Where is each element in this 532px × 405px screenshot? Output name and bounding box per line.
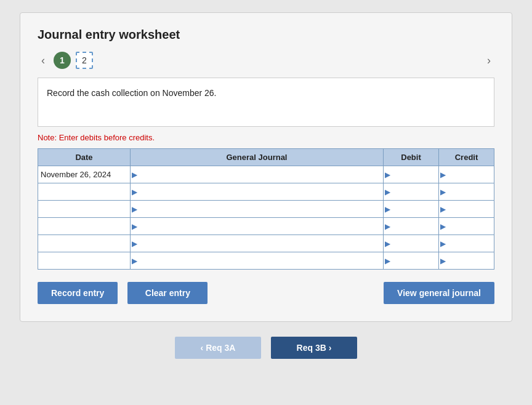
date-cell-4[interactable] [38, 235, 131, 252]
instruction-box: Record the cash collection on November 2… [38, 78, 494, 127]
credit-input-5[interactable] [441, 256, 491, 265]
journal-input-3[interactable] [133, 222, 381, 231]
date-cell-0[interactable]: November 26, 2024 [38, 166, 131, 183]
debit-cell-4[interactable]: ▶ [384, 235, 439, 252]
req-3a-button: ‹ Req 3A [175, 337, 261, 359]
journal-arrow-icon-2: ▶ [132, 205, 137, 214]
date-input-4[interactable] [41, 239, 127, 248]
debit-cell-0[interactable]: ▶ [384, 166, 439, 183]
credit-arrow-icon-4: ▶ [440, 239, 446, 248]
date-input-1[interactable] [41, 187, 127, 196]
journal-arrow-icon-1: ▶ [132, 188, 137, 196]
record-entry-button[interactable]: Record entry [38, 282, 118, 304]
debit-input-4[interactable] [386, 239, 436, 248]
next-page-button[interactable]: › [483, 53, 494, 68]
pagination-row: ‹ 1 2 › [38, 52, 494, 69]
journal-cell-0[interactable]: ▶ [131, 166, 384, 183]
req-3b-button[interactable]: Req 3B › [271, 337, 357, 359]
date-cell-1[interactable] [38, 183, 131, 201]
credit-cell-1[interactable]: ▶ [439, 183, 494, 201]
worksheet-container: Journal entry worksheet ‹ 1 2 › Record t… [20, 12, 512, 322]
debit-arrow-icon-2: ▶ [385, 205, 390, 214]
debit-input-1[interactable] [386, 187, 436, 196]
credit-cell-3[interactable]: ▶ [439, 218, 494, 235]
debit-arrow-icon-3: ▶ [385, 222, 390, 231]
view-general-journal-button[interactable]: View general journal [384, 282, 494, 304]
page-1-badge[interactable]: 1 [54, 52, 71, 69]
table-row: ▶▶▶ [38, 218, 494, 235]
journal-input-5[interactable] [133, 256, 381, 265]
journal-arrow-icon-3: ▶ [132, 222, 137, 231]
date-cell-2[interactable] [38, 201, 131, 218]
col-header-journal: General Journal [131, 149, 384, 166]
debit-cell-2[interactable]: ▶ [384, 201, 439, 218]
journal-input-4[interactable] [133, 239, 381, 248]
credit-arrow-icon-3: ▶ [440, 222, 446, 231]
debit-arrow-icon-0: ▶ [385, 170, 390, 179]
debit-arrow-icon-1: ▶ [385, 188, 390, 196]
credit-cell-4[interactable]: ▶ [439, 235, 494, 252]
journal-input-2[interactable] [133, 204, 381, 214]
credit-input-2[interactable] [441, 204, 491, 214]
debit-arrow-icon-5: ▶ [385, 257, 390, 265]
credit-arrow-icon-1: ▶ [440, 188, 446, 196]
debit-input-5[interactable] [386, 256, 436, 265]
journal-cell-2[interactable]: ▶ [131, 201, 384, 218]
journal-cell-5[interactable]: ▶ [131, 252, 384, 270]
journal-input-1[interactable] [133, 187, 381, 196]
table-row: ▶▶▶ [38, 183, 494, 201]
credit-input-0[interactable] [441, 170, 491, 179]
debit-input-0[interactable] [386, 170, 436, 179]
col-header-credit: Credit [439, 149, 494, 166]
date-cell-3[interactable] [38, 218, 131, 235]
credit-cell-0[interactable]: ▶ [439, 166, 494, 183]
journal-cell-1[interactable]: ▶ [131, 183, 384, 201]
credit-input-4[interactable] [441, 239, 491, 248]
debit-input-3[interactable] [386, 222, 436, 231]
prev-page-button[interactable]: ‹ [38, 53, 49, 68]
col-header-date: Date [38, 149, 131, 166]
worksheet-title: Journal entry worksheet [38, 28, 494, 42]
page-2-badge[interactable]: 2 [76, 52, 93, 69]
debit-cell-5[interactable]: ▶ [384, 252, 439, 270]
debit-arrow-icon-4: ▶ [385, 239, 390, 248]
journal-arrow-icon-5: ▶ [132, 257, 137, 265]
instruction-text: Record the cash collection on November 2… [47, 88, 216, 98]
button-row: Record entry Clear entry View general jo… [38, 282, 494, 304]
journal-arrow-icon-0: ▶ [132, 170, 137, 179]
bottom-nav: ‹ Req 3A Req 3B › [20, 337, 512, 359]
journal-input-0[interactable] [133, 170, 381, 179]
credit-input-1[interactable] [441, 187, 491, 196]
credit-cell-2[interactable]: ▶ [439, 201, 494, 218]
journal-arrow-icon-4: ▶ [132, 239, 137, 248]
credit-arrow-icon-5: ▶ [440, 257, 446, 265]
col-header-debit: Debit [384, 149, 439, 166]
debit-input-2[interactable] [386, 204, 436, 214]
debit-cell-3[interactable]: ▶ [384, 218, 439, 235]
journal-cell-4[interactable]: ▶ [131, 235, 384, 252]
date-input-3[interactable] [41, 222, 127, 231]
debit-cell-1[interactable]: ▶ [384, 183, 439, 201]
date-input-2[interactable] [41, 204, 127, 214]
credit-arrow-icon-0: ▶ [440, 170, 446, 179]
table-row: ▶▶▶ [38, 201, 494, 218]
table-row: ▶▶▶ [38, 252, 494, 270]
journal-cell-3[interactable]: ▶ [131, 218, 384, 235]
clear-entry-button[interactable]: Clear entry [127, 282, 208, 304]
table-row: ▶▶▶ [38, 235, 494, 252]
note-text: Note: Enter debits before credits. [38, 133, 494, 142]
credit-arrow-icon-2: ▶ [440, 205, 446, 214]
date-input-5[interactable] [41, 256, 127, 265]
credit-input-3[interactable] [441, 222, 491, 231]
date-cell-5[interactable] [38, 252, 131, 270]
journal-table: Date General Journal Debit Credit Novemb… [38, 148, 494, 270]
credit-cell-5[interactable]: ▶ [439, 252, 494, 270]
table-row: November 26, 2024▶▶▶ [38, 166, 494, 183]
